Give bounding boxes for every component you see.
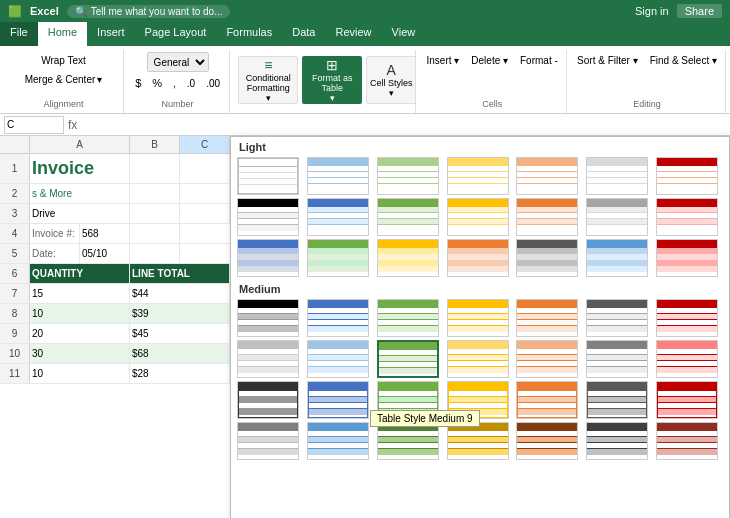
invoice-title-cell[interactable]: Invoice	[30, 154, 130, 183]
table-style-item[interactable]	[307, 381, 369, 419]
qty-cell-2[interactable]: 10	[30, 304, 130, 323]
tab-home[interactable]: Home	[38, 22, 87, 46]
insert-button[interactable]: Insert ▾	[422, 52, 465, 69]
percent-button[interactable]: %	[147, 74, 167, 92]
table-style-item[interactable]	[237, 198, 299, 236]
table-style-item[interactable]	[307, 340, 369, 378]
table-style-item[interactable]	[307, 239, 369, 277]
cell-c1[interactable]	[180, 154, 230, 183]
table-style-item[interactable]	[377, 422, 439, 460]
date-val-cell[interactable]: 05/10	[80, 244, 130, 263]
qty-cell-5[interactable]: 10	[30, 364, 130, 383]
company-cell[interactable]: s & More	[30, 184, 130, 203]
table-style-item[interactable]	[307, 299, 369, 337]
table-style-item[interactable]	[237, 157, 299, 195]
format-button[interactable]: Format -	[515, 52, 563, 69]
col-b-header[interactable]: B	[130, 136, 180, 153]
qty-header-cell[interactable]: QUANTITY	[30, 264, 130, 283]
increase-decimal-button[interactable]: .00	[201, 75, 225, 92]
qty-cell-3[interactable]: 20	[30, 324, 130, 343]
table-style-item[interactable]	[656, 239, 718, 277]
table-style-item[interactable]	[656, 422, 718, 460]
table-style-item[interactable]	[377, 299, 439, 337]
total-cell-1[interactable]: $44	[130, 284, 230, 303]
col-a-header[interactable]: A	[30, 136, 130, 153]
table-style-item[interactable]	[516, 422, 578, 460]
sign-in-button[interactable]: Sign in	[635, 5, 669, 17]
invoice-num-label-cell[interactable]: Invoice #:	[30, 224, 80, 243]
table-style-item[interactable]	[656, 340, 718, 378]
cell-b3[interactable]	[130, 204, 180, 223]
table-style-item[interactable]	[447, 381, 509, 419]
table-style-item[interactable]	[237, 340, 299, 378]
tab-review[interactable]: Review	[325, 22, 381, 46]
tab-view[interactable]: View	[382, 22, 426, 46]
table-style-item[interactable]	[307, 157, 369, 195]
tab-file[interactable]: File	[0, 22, 38, 46]
tab-data[interactable]: Data	[282, 22, 325, 46]
decrease-decimal-button[interactable]: .0	[182, 75, 200, 92]
sort-filter-button[interactable]: Sort & Filter ▾	[572, 52, 643, 69]
name-box[interactable]	[4, 116, 64, 134]
table-style-item[interactable]	[307, 422, 369, 460]
table-style-item[interactable]	[237, 299, 299, 337]
table-style-item[interactable]	[656, 381, 718, 419]
table-style-item[interactable]	[656, 157, 718, 195]
qty-cell-1[interactable]: 15	[30, 284, 130, 303]
cell-b1[interactable]	[130, 154, 180, 183]
table-style-medium-9[interactable]	[377, 340, 439, 378]
find-select-button[interactable]: Find & Select ▾	[645, 52, 722, 69]
total-cell-3[interactable]: $45	[130, 324, 230, 343]
table-style-item[interactable]	[516, 157, 578, 195]
tab-page-layout[interactable]: Page Layout	[135, 22, 217, 46]
tab-insert[interactable]: Insert	[87, 22, 135, 46]
cell-c2[interactable]	[180, 184, 230, 203]
table-style-item[interactable]	[656, 299, 718, 337]
table-style-item[interactable]	[307, 198, 369, 236]
invoice-num-cell[interactable]: 568	[80, 224, 130, 243]
number-format-select[interactable]: General	[147, 52, 209, 72]
table-style-item[interactable]	[586, 198, 648, 236]
qty-cell-4[interactable]: 30	[30, 344, 130, 363]
table-style-item[interactable]	[447, 340, 509, 378]
table-style-item[interactable]	[516, 239, 578, 277]
conditional-formatting-button[interactable]: ≡ Conditional Formatting ▾	[238, 56, 298, 104]
table-style-item[interactable]	[447, 198, 509, 236]
table-style-item[interactable]	[377, 381, 439, 419]
format-as-table-button[interactable]: ⊞ Format as Table ▾	[302, 56, 362, 104]
table-style-item[interactable]	[377, 157, 439, 195]
wrap-text-button[interactable]: Wrap Text	[36, 52, 91, 69]
col-c-header[interactable]: C	[180, 136, 230, 153]
tell-me-box[interactable]: 🔍 Tell me what you want to do...	[67, 5, 231, 18]
table-style-item[interactable]	[516, 381, 578, 419]
table-style-item[interactable]	[516, 340, 578, 378]
table-style-item[interactable]	[586, 239, 648, 277]
tab-formulas[interactable]: Formulas	[216, 22, 282, 46]
table-style-item[interactable]	[377, 239, 439, 277]
cell-c4[interactable]	[130, 224, 180, 243]
table-style-item[interactable]	[516, 198, 578, 236]
table-style-item[interactable]	[586, 340, 648, 378]
address-cell[interactable]: Drive	[30, 204, 130, 223]
table-style-item[interactable]	[447, 422, 509, 460]
cell-c5[interactable]	[130, 244, 180, 263]
formula-input[interactable]	[81, 119, 726, 130]
comma-button[interactable]: ,	[168, 75, 181, 92]
cell-c3[interactable]	[180, 204, 230, 223]
table-style-item[interactable]	[656, 198, 718, 236]
table-style-item[interactable]	[516, 299, 578, 337]
total-header-cell[interactable]: LINE TOTAL	[130, 264, 230, 283]
currency-button[interactable]: $	[130, 74, 146, 92]
table-style-item[interactable]	[237, 239, 299, 277]
delete-button[interactable]: Delete ▾	[466, 52, 513, 69]
table-style-item[interactable]	[377, 198, 439, 236]
table-style-item[interactable]	[586, 381, 648, 419]
table-style-item[interactable]	[237, 422, 299, 460]
merge-center-dropdown-icon[interactable]: ▾	[97, 74, 102, 85]
table-style-item[interactable]	[447, 239, 509, 277]
table-style-item[interactable]	[586, 422, 648, 460]
total-cell-4[interactable]: $68	[130, 344, 230, 363]
table-style-item[interactable]	[447, 157, 509, 195]
table-style-item[interactable]	[586, 157, 648, 195]
cell-styles-button[interactable]: A Cell Styles ▾	[366, 56, 416, 104]
